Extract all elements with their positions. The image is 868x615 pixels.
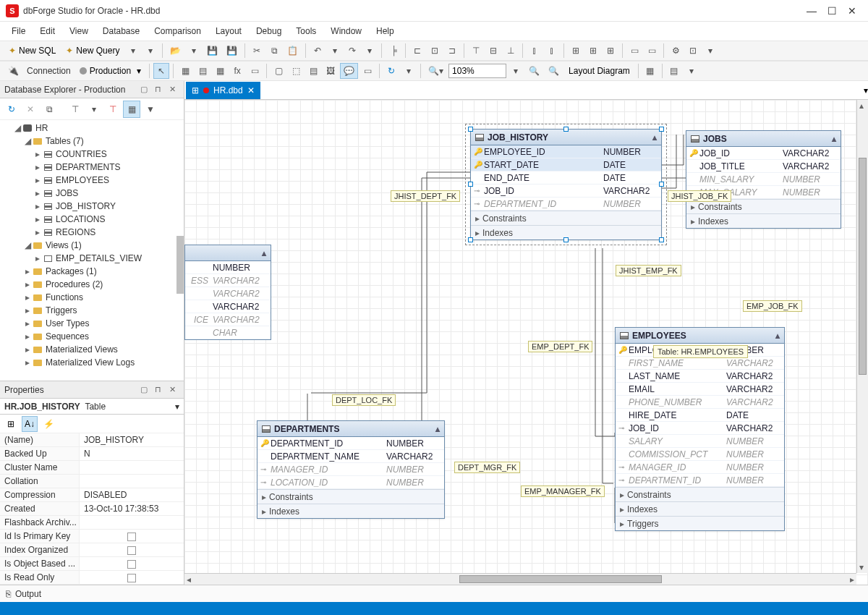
database-tree[interactable]: ◢HR ◢Tables (7) ▸COUNTRIES▸DEPARTMENTS▸E… bbox=[0, 120, 184, 381]
size-icon[interactable]: ⊞ bbox=[603, 43, 618, 59]
tab-close-icon[interactable]: ✕ bbox=[247, 85, 255, 96]
column-row[interactable]: JOB_TITLEVARCHAR2 bbox=[686, 160, 841, 173]
doc-icon[interactable]: ▭ bbox=[247, 63, 263, 79]
tab-hr-dbd[interactable]: ⊞ HR.dbd ✕ bbox=[186, 82, 260, 99]
close-button[interactable]: ✕ bbox=[842, 5, 862, 17]
align-center-icon[interactable]: ⊡ bbox=[427, 43, 443, 59]
diagram-canvas[interactable]: ▴ NUMBERESSVARCHAR2VARCHAR2VARCHAR2ICEVA… bbox=[184, 100, 868, 585]
column-row[interactable]: ⊸DEPARTMENT_IDNUMBER bbox=[616, 474, 784, 487]
column-row[interactable]: ⊸MANAGER_IDNUMBER bbox=[258, 463, 444, 476]
column-row[interactable]: CHAR bbox=[185, 326, 271, 339]
tool-icon[interactable]: ⊤ bbox=[67, 101, 84, 118]
column-row[interactable]: DEPARTMENT_NAMEVARCHAR2 bbox=[258, 450, 444, 463]
column-row[interactable]: 🔑DEPARTMENT_IDNUMBER bbox=[258, 437, 444, 450]
fx-icon[interactable]: fx bbox=[229, 63, 245, 79]
export-icon[interactable]: ⬚ bbox=[288, 63, 304, 79]
column-row[interactable]: ICEVARCHAR2 bbox=[185, 313, 271, 326]
tree-table-item[interactable]: ▸JOBS bbox=[0, 187, 184, 200]
zoom-input[interactable] bbox=[448, 64, 506, 78]
property-row[interactable]: Is Read Only bbox=[0, 571, 184, 585]
dropdown-icon[interactable]: ▾ bbox=[186, 43, 202, 59]
scrollbar-thumb[interactable] bbox=[176, 236, 184, 294]
column-row[interactable]: FIRST_NAMEVARCHAR2 bbox=[616, 357, 784, 370]
layout-diagram-button[interactable]: Layout Diagram bbox=[564, 63, 634, 79]
tree-folder[interactable]: ▸Procedures (2) bbox=[0, 278, 184, 291]
entity-section[interactable]: ▸Constraints bbox=[616, 487, 784, 501]
refresh-icon[interactable]: ↻ bbox=[383, 63, 399, 79]
property-row[interactable]: Backed UpN bbox=[0, 447, 184, 461]
save-icon[interactable]: 💾 bbox=[203, 43, 221, 59]
property-row[interactable]: Index Organized bbox=[0, 543, 184, 557]
window-position-icon[interactable]: ▢ bbox=[140, 385, 150, 395]
align-icon[interactable]: ╞ bbox=[386, 43, 401, 59]
column-row[interactable]: HIRE_DATEDATE bbox=[616, 409, 784, 422]
column-row[interactable]: NUMBER bbox=[185, 261, 271, 274]
properties-subject-dropdown[interactable]: HR.JOB_HISTORY Table ▾ bbox=[0, 399, 184, 415]
tree-table-item[interactable]: ▸COUNTRIES bbox=[0, 148, 184, 161]
copy-icon[interactable]: ⧉ bbox=[266, 43, 282, 59]
zoom-dropdown-icon[interactable]: 🔍▾ bbox=[425, 63, 447, 79]
tree-folder[interactable]: ▸Materialized Views bbox=[0, 343, 184, 356]
connection-dropdown[interactable]: Production▾ bbox=[75, 63, 145, 79]
dropdown-icon[interactable]: ▾ bbox=[85, 101, 103, 118]
align-middle-icon[interactable]: ⊟ bbox=[485, 43, 501, 59]
menu-help[interactable]: Help bbox=[370, 24, 400, 38]
tree-table-item[interactable]: ▸DEPARTMENTS bbox=[0, 161, 184, 174]
size-icon[interactable]: ⊞ bbox=[585, 43, 601, 59]
refresh-icon[interactable]: ↻ bbox=[3, 101, 20, 118]
tree-folder[interactable]: ▸User Types bbox=[0, 317, 184, 330]
zoom-out-icon[interactable]: 🔍 bbox=[545, 63, 563, 79]
note-icon[interactable]: ▤ bbox=[305, 63, 321, 79]
show-tables-icon[interactable]: ▦ bbox=[123, 101, 140, 118]
pin-icon[interactable]: ⊓ bbox=[155, 385, 165, 395]
checkbox[interactable] bbox=[127, 560, 136, 569]
entity-partial[interactable]: ▴ NUMBERESSVARCHAR2VARCHAR2VARCHAR2ICEVA… bbox=[184, 245, 271, 340]
column-row[interactable]: 🔑EMPLOYEE_IDNUMBER bbox=[471, 145, 661, 158]
alphabetical-icon[interactable]: A↓ bbox=[22, 416, 38, 432]
column-row[interactable]: SALARYNUMBER bbox=[616, 435, 784, 448]
order-icon[interactable]: ▭ bbox=[626, 43, 642, 59]
tool-icon[interactable]: ⚙ bbox=[668, 43, 684, 59]
entity-section[interactable]: ▸Indexes bbox=[616, 501, 784, 516]
dropdown-icon[interactable]: ▾ bbox=[702, 43, 718, 59]
menu-file[interactable]: File bbox=[6, 24, 31, 38]
entity-departments[interactable]: DEPARTMENTS▴ 🔑DEPARTMENT_IDNUMBERDEPARTM… bbox=[257, 420, 445, 519]
redo-icon[interactable]: ↷ bbox=[344, 43, 360, 59]
column-row[interactable]: COMMISSION_PCTNUMBER bbox=[616, 448, 784, 461]
tree-tables-folder[interactable]: ◢Tables (7) bbox=[0, 135, 184, 148]
entity-jobs[interactable]: JOBS▴ 🔑JOB_IDVARCHAR2JOB_TITLEVARCHAR2MI… bbox=[686, 130, 841, 229]
property-row[interactable]: Cluster Name bbox=[0, 461, 184, 475]
tree-table-item[interactable]: ▸REGIONS bbox=[0, 226, 184, 239]
delete-icon[interactable]: ✕ bbox=[22, 101, 39, 118]
property-row[interactable]: Collation bbox=[0, 475, 184, 488]
column-row[interactable]: VARCHAR2 bbox=[185, 300, 271, 313]
tree-db-node[interactable]: ◢HR bbox=[0, 122, 184, 135]
column-row[interactable]: PHONE_NUMBERVARCHAR2 bbox=[616, 396, 784, 409]
cut-icon[interactable]: ✂ bbox=[249, 43, 265, 59]
column-row[interactable]: 🔑START_DATEDATE bbox=[471, 158, 661, 171]
tree-table-item[interactable]: ▸LOCATIONS bbox=[0, 213, 184, 226]
tree-folder[interactable]: ▸Materialized View Logs bbox=[0, 356, 184, 369]
minimize-button[interactable]: — bbox=[801, 5, 822, 17]
tree-folder[interactable]: ▸Functions bbox=[0, 291, 184, 304]
menu-layout[interactable]: Layout bbox=[210, 24, 247, 38]
window-position-icon[interactable]: ▢ bbox=[140, 85, 150, 95]
grid-icon[interactable]: ▦ bbox=[212, 63, 228, 79]
property-row[interactable]: Is Object Based ... bbox=[0, 557, 184, 571]
property-row[interactable]: Created13-Oct-10 17:38:53 bbox=[0, 502, 184, 516]
image-icon[interactable]: 🖼 bbox=[323, 63, 339, 79]
categorize-icon[interactable]: ⊞ bbox=[3, 416, 19, 432]
tool-icon[interactable]: ▤ bbox=[666, 63, 682, 79]
align-bottom-icon[interactable]: ⊥ bbox=[503, 43, 519, 59]
pointer-icon[interactable]: ↖ bbox=[153, 63, 169, 79]
tree-views-folder[interactable]: ◢Views (1) bbox=[0, 239, 184, 252]
column-row[interactable]: ⊸LOCATION_IDNUMBER bbox=[258, 476, 444, 489]
close-icon[interactable]: ✕ bbox=[169, 85, 179, 95]
dropdown-icon[interactable]: ▾ bbox=[401, 63, 417, 79]
order-icon[interactable]: ▭ bbox=[644, 43, 660, 59]
distribute-h-icon[interactable]: ⫿ bbox=[527, 43, 542, 59]
column-row[interactable]: LAST_NAMEVARCHAR2 bbox=[616, 370, 784, 383]
column-row[interactable]: 🔑JOB_IDVARCHAR2 bbox=[686, 147, 841, 160]
menu-window[interactable]: Window bbox=[325, 24, 367, 38]
paste-icon[interactable]: 📋 bbox=[284, 43, 302, 59]
